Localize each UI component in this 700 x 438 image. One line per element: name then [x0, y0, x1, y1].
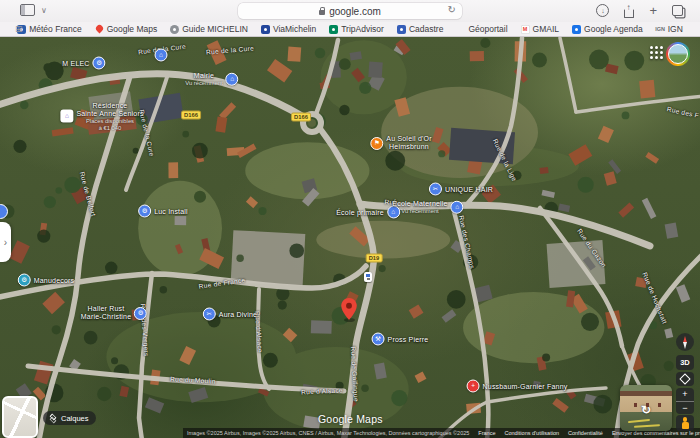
bookmark-m-t-o-france[interactable]: Météo France: [17, 24, 81, 34]
tripadvisor-favicon: [329, 25, 338, 34]
poi-icon: ✂: [429, 183, 442, 196]
link-country[interactable]: France: [478, 430, 495, 436]
road-badge-d166: D166: [181, 111, 201, 120]
poi-text: Manudecors: [34, 276, 75, 284]
poi-text: École MaternelleVu récemment: [392, 200, 447, 215]
poi-ecole-primaire[interactable]: ⌂École primaire: [336, 206, 400, 219]
poi-ecole-maternelle[interactable]: ⌂École MaternelleVu récemment: [392, 200, 463, 215]
layers-icon: [48, 414, 57, 422]
poi-pross-pierre[interactable]: ⚒Pross Pierre: [372, 333, 429, 346]
share-icon[interactable]: [624, 5, 634, 17]
poi-text: RésidenceSainte Anne SeniorsPlaces dispo…: [76, 102, 143, 131]
layers-button-label: Calques: [61, 414, 89, 423]
browser-title-bar: ∨ google.com ↻ ↓ +: [0, 0, 700, 23]
poi-text: Au Soleil d'OrHeimsbrunn: [386, 135, 431, 151]
compass-icon[interactable]: [676, 333, 694, 351]
google-agenda-favicon: [572, 25, 581, 34]
poi-icon: ⚙: [134, 307, 147, 320]
poi-mairie[interactable]: ⌂MairieVu récemment: [185, 72, 238, 87]
road-badge-d19: D19: [366, 254, 383, 263]
downloads-icon[interactable]: ↓: [596, 4, 609, 17]
bookmark-gmail[interactable]: MGMAIL: [521, 24, 559, 34]
expand-side-panel-button[interactable]: ›: [0, 222, 11, 262]
bookmark-cadastre[interactable]: Cadastre: [397, 24, 444, 34]
bookmark-label: Google Maps: [107, 24, 158, 34]
poi-icon: ⚙: [138, 205, 151, 218]
poi-icon: ⚒: [372, 333, 385, 346]
bookmark-tripadvisor[interactable]: TripAdvisor: [329, 24, 384, 34]
bookmark-ign[interactable]: IGNIGN: [656, 24, 683, 34]
viamichelin-favicon: [261, 25, 270, 34]
poi-text: Luc Install: [154, 207, 188, 215]
sidebar-icon[interactable]: [20, 4, 35, 16]
poi-icon: ✂: [203, 308, 216, 321]
google-maps-favicon: [95, 25, 104, 34]
apps-grid-icon[interactable]: [650, 46, 663, 59]
bookmark-label: Google Agenda: [584, 24, 643, 34]
3d-button[interactable]: 3D: [676, 355, 694, 370]
tilt-control-icon[interactable]: [676, 372, 694, 386]
transit-stop-icon[interactable]: [364, 272, 372, 282]
poi-manudecors[interactable]: ⚙Manudecors: [18, 274, 75, 287]
google-maps-logo: Google Maps: [318, 413, 383, 425]
poi-text: M ELEC: [62, 59, 89, 67]
poi-icon: ⚙: [18, 274, 31, 287]
bookmark-google-maps[interactable]: Google Maps: [95, 24, 158, 34]
chevron-down-icon[interactable]: ∨: [41, 6, 47, 15]
poi-nussbaum-garnier-fanny[interactable]: +Nussbaum-Garnier Fanny: [467, 380, 568, 393]
bookmark-label: Géoportail: [468, 24, 507, 34]
zoom-in-button[interactable]: +: [676, 388, 694, 402]
link-privacy[interactable]: Confidentialité: [568, 430, 603, 436]
poi-text: École primaire: [336, 208, 384, 216]
poi-icon: ⌂: [226, 73, 239, 86]
poi-residence-sainte-anne[interactable]: ⌂RésidenceSainte Anne SeniorsPlaces disp…: [60, 102, 143, 131]
poi-text: Haller RustMarie-Christine: [81, 305, 131, 321]
layers-button[interactable]: Calques: [43, 411, 96, 425]
poi-au-soleil-d-or[interactable]: ⚑Au Soleil d'OrHeimsbrunn: [370, 135, 431, 151]
bookmark-label: IGN: [668, 24, 683, 34]
poi-text: UNIQUE HAIR: [445, 185, 493, 193]
bookmark-guide-michelin[interactable]: Guide MICHELIN: [170, 24, 248, 34]
photo-preview-thumbnail[interactable]: ↻: [620, 385, 672, 431]
bookmark-viamichelin[interactable]: ViaMichelin: [261, 24, 316, 34]
link-terms[interactable]: Conditions d'utilisation: [504, 430, 559, 436]
bookmark-google-agenda[interactable]: Google Agenda: [572, 24, 643, 34]
poi-text: Nussbaum-Garnier Fanny: [483, 382, 568, 390]
dropped-pin[interactable]: [341, 298, 357, 324]
poi-church-poi[interactable]: ⌂: [155, 49, 168, 62]
imagery-attribution: Images ©2025 Airbus, Images ©2025 Airbus…: [187, 430, 469, 436]
poi-haller-rust[interactable]: ⚙Haller RustMarie-Christine: [81, 305, 147, 321]
poi-luc-install[interactable]: ⚙Luc Install: [138, 205, 188, 218]
pegman-icon[interactable]: [676, 415, 694, 431]
geoportail-favicon: [456, 25, 465, 34]
poi-unique-hair[interactable]: ✂UNIQUE HAIR: [429, 183, 493, 196]
tabs-overview-icon[interactable]: [672, 5, 683, 16]
gmail-favicon: M: [521, 25, 530, 34]
bookmark-label: Cadastre: [409, 24, 444, 34]
poi-icon: ⚙: [93, 57, 106, 70]
new-tab-icon[interactable]: +: [649, 5, 657, 16]
map-canvas[interactable]: Rue de la CureRue de la CureRue de la Cu…: [0, 36, 700, 438]
url-text: google.com: [329, 6, 381, 17]
bookmarks-bar: Météo FranceGoogle MapsGuide MICHELINVia…: [0, 22, 700, 37]
curved-arrow-icon: ↻: [641, 403, 651, 417]
zoom-controls[interactable]: + −: [676, 388, 694, 414]
satellite-imagery: [0, 36, 700, 438]
ign-favicon: IGN: [656, 25, 665, 34]
bookmark-label: Guide MICHELIN: [182, 24, 248, 34]
poi-aura-divine[interactable]: ✂Aura Divine: [203, 308, 257, 321]
bookmark-label: ViaMichelin: [273, 24, 316, 34]
zoom-out-button[interactable]: −: [676, 402, 694, 415]
reload-icon[interactable]: ↻: [448, 4, 456, 15]
poi-icon: ⚑: [370, 137, 383, 150]
bookmark-g-oportail[interactable]: Géoportail: [456, 24, 507, 34]
poi-text: Pross Pierre: [388, 335, 429, 343]
favorites-grid-icon[interactable]: ⊞: [15, 25, 23, 33]
account-avatar[interactable]: [666, 42, 690, 66]
poi-icon: ⌂: [451, 201, 464, 214]
address-bar[interactable]: google.com ↻: [238, 3, 462, 19]
poi-m-elec[interactable]: ⚙M ELEC: [62, 57, 105, 70]
road-badge-d166: D166: [291, 113, 311, 122]
poi-icon: ⌂: [60, 110, 73, 123]
map-style-thumbnail[interactable]: [2, 396, 38, 438]
